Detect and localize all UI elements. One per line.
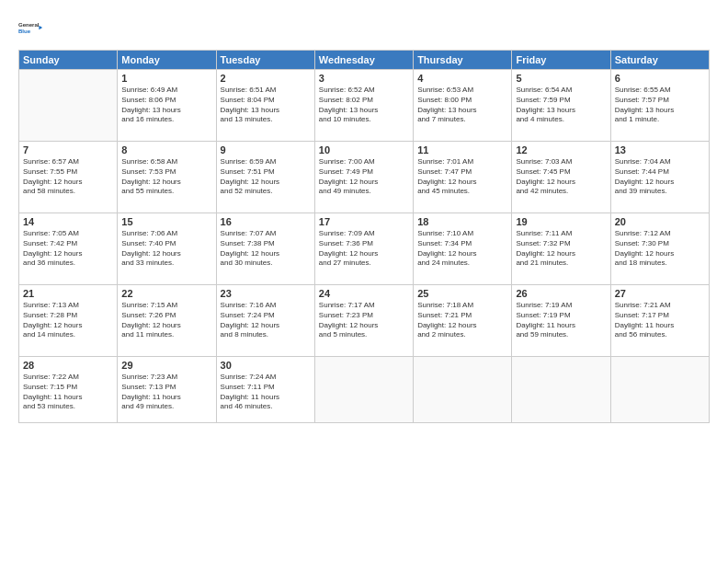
day-number: 3 [319, 73, 409, 84]
day-number: 26 [516, 288, 606, 299]
day-cell: 4Sunrise: 6:53 AM Sunset: 8:00 PM Daylig… [414, 70, 512, 142]
day-cell: 25Sunrise: 7:18 AM Sunset: 7:21 PM Dayli… [414, 285, 512, 357]
calendar-page: GeneralBlue SundayMondayTuesdayWednesday… [0, 0, 728, 563]
svg-text:General: General [18, 22, 40, 28]
day-cell: 14Sunrise: 7:05 AM Sunset: 7:42 PM Dayli… [19, 213, 118, 285]
day-info: Sunrise: 7:16 AM Sunset: 7:24 PM Dayligh… [221, 301, 311, 340]
day-number: 19 [516, 216, 606, 227]
day-info: Sunrise: 7:15 AM Sunset: 7:26 PM Dayligh… [121, 301, 211, 340]
day-info: Sunrise: 6:53 AM Sunset: 8:00 PM Dayligh… [417, 86, 507, 125]
day-number: 23 [221, 288, 311, 299]
day-number: 12 [516, 144, 606, 155]
day-info: Sunrise: 7:18 AM Sunset: 7:21 PM Dayligh… [417, 301, 507, 340]
day-info: Sunrise: 7:05 AM Sunset: 7:42 PM Dayligh… [23, 229, 113, 269]
day-cell: 10Sunrise: 7:00 AM Sunset: 7:49 PM Dayli… [314, 142, 413, 213]
day-info: Sunrise: 6:55 AM Sunset: 7:57 PM Dayligh… [615, 86, 705, 125]
weekday-header: Wednesday [314, 51, 413, 70]
day-number: 1 [121, 73, 211, 84]
weekday-header: Thursday [414, 51, 512, 70]
day-cell: 21Sunrise: 7:13 AM Sunset: 7:28 PM Dayli… [19, 285, 118, 357]
calendar-week-row: 7Sunrise: 6:57 AM Sunset: 7:55 PM Daylig… [19, 142, 710, 213]
day-number: 14 [23, 216, 113, 227]
weekday-header: Friday [512, 51, 610, 70]
logo: GeneralBlue [18, 15, 44, 40]
day-number: 15 [121, 216, 211, 227]
day-info: Sunrise: 6:52 AM Sunset: 8:02 PM Dayligh… [319, 86, 409, 125]
day-info: Sunrise: 7:24 AM Sunset: 7:11 PM Dayligh… [221, 373, 311, 412]
day-number: 17 [319, 216, 409, 227]
day-number: 11 [417, 144, 507, 155]
day-cell [610, 357, 709, 423]
day-info: Sunrise: 7:11 AM Sunset: 7:32 PM Dayligh… [516, 229, 606, 269]
day-info: Sunrise: 7:17 AM Sunset: 7:23 PM Dayligh… [319, 301, 409, 340]
day-cell: 3Sunrise: 6:52 AM Sunset: 8:02 PM Daylig… [314, 70, 413, 142]
day-info: Sunrise: 7:04 AM Sunset: 7:44 PM Dayligh… [615, 157, 705, 197]
day-cell: 28Sunrise: 7:22 AM Sunset: 7:15 PM Dayli… [19, 357, 118, 423]
day-cell [19, 70, 118, 142]
day-info: Sunrise: 6:51 AM Sunset: 8:04 PM Dayligh… [221, 86, 311, 125]
day-info: Sunrise: 7:21 AM Sunset: 7:17 PM Dayligh… [615, 301, 705, 340]
day-cell: 27Sunrise: 7:21 AM Sunset: 7:17 PM Dayli… [610, 285, 709, 357]
day-cell: 17Sunrise: 7:09 AM Sunset: 7:36 PM Dayli… [314, 213, 413, 285]
day-cell: 23Sunrise: 7:16 AM Sunset: 7:24 PM Dayli… [216, 285, 314, 357]
calendar-body: 1Sunrise: 6:49 AM Sunset: 8:06 PM Daylig… [19, 70, 710, 423]
day-info: Sunrise: 6:54 AM Sunset: 7:59 PM Dayligh… [516, 86, 606, 125]
day-info: Sunrise: 7:19 AM Sunset: 7:19 PM Dayligh… [516, 301, 606, 340]
day-info: Sunrise: 7:22 AM Sunset: 7:15 PM Dayligh… [23, 373, 113, 412]
day-cell: 1Sunrise: 6:49 AM Sunset: 8:06 PM Daylig… [118, 70, 216, 142]
svg-text:Blue: Blue [18, 29, 31, 34]
svg-marker-2 [39, 26, 42, 30]
day-number: 13 [615, 144, 705, 155]
day-cell: 15Sunrise: 7:06 AM Sunset: 7:40 PM Dayli… [118, 213, 216, 285]
day-number: 4 [417, 73, 507, 84]
day-cell: 26Sunrise: 7:19 AM Sunset: 7:19 PM Dayli… [512, 285, 610, 357]
day-cell: 29Sunrise: 7:23 AM Sunset: 7:13 PM Dayli… [118, 357, 216, 423]
calendar-week-row: 1Sunrise: 6:49 AM Sunset: 8:06 PM Daylig… [19, 70, 710, 142]
day-number: 21 [23, 288, 113, 299]
day-info: Sunrise: 7:23 AM Sunset: 7:13 PM Dayligh… [121, 373, 211, 412]
day-info: Sunrise: 7:03 AM Sunset: 7:45 PM Dayligh… [516, 157, 606, 197]
day-number: 7 [23, 144, 113, 155]
day-number: 27 [615, 288, 705, 299]
day-cell: 22Sunrise: 7:15 AM Sunset: 7:26 PM Dayli… [118, 285, 216, 357]
day-cell: 8Sunrise: 6:58 AM Sunset: 7:53 PM Daylig… [118, 142, 216, 213]
calendar-header: SundayMondayTuesdayWednesdayThursdayFrid… [19, 51, 710, 70]
day-cell: 9Sunrise: 6:59 AM Sunset: 7:51 PM Daylig… [216, 142, 314, 213]
day-cell [512, 357, 610, 423]
calendar-week-row: 28Sunrise: 7:22 AM Sunset: 7:15 PM Dayli… [19, 357, 710, 423]
day-number: 22 [121, 288, 211, 299]
day-info: Sunrise: 7:00 AM Sunset: 7:49 PM Dayligh… [319, 157, 409, 197]
day-cell: 7Sunrise: 6:57 AM Sunset: 7:55 PM Daylig… [19, 142, 118, 213]
day-number: 8 [121, 144, 211, 155]
weekday-header: Monday [118, 51, 216, 70]
calendar-week-row: 14Sunrise: 7:05 AM Sunset: 7:42 PM Dayli… [19, 213, 710, 285]
day-cell: 18Sunrise: 7:10 AM Sunset: 7:34 PM Dayli… [414, 213, 512, 285]
day-number: 10 [319, 144, 409, 155]
day-number: 28 [23, 360, 113, 371]
logo-icon: GeneralBlue [18, 15, 44, 40]
day-cell: 24Sunrise: 7:17 AM Sunset: 7:23 PM Dayli… [314, 285, 413, 357]
day-cell [314, 357, 413, 423]
day-info: Sunrise: 6:49 AM Sunset: 8:06 PM Dayligh… [121, 86, 211, 125]
day-number: 20 [615, 216, 705, 227]
weekday-header: Tuesday [216, 51, 314, 70]
day-number: 6 [615, 73, 705, 84]
day-number: 9 [221, 144, 311, 155]
day-cell: 11Sunrise: 7:01 AM Sunset: 7:47 PM Dayli… [414, 142, 512, 213]
day-cell: 6Sunrise: 6:55 AM Sunset: 7:57 PM Daylig… [610, 70, 709, 142]
day-cell: 19Sunrise: 7:11 AM Sunset: 7:32 PM Dayli… [512, 213, 610, 285]
day-info: Sunrise: 7:10 AM Sunset: 7:34 PM Dayligh… [417, 229, 507, 269]
day-number: 24 [319, 288, 409, 299]
day-number: 29 [121, 360, 211, 371]
day-cell: 2Sunrise: 6:51 AM Sunset: 8:04 PM Daylig… [216, 70, 314, 142]
day-number: 18 [417, 216, 507, 227]
day-info: Sunrise: 7:13 AM Sunset: 7:28 PM Dayligh… [23, 301, 113, 340]
day-info: Sunrise: 7:01 AM Sunset: 7:47 PM Dayligh… [417, 157, 507, 197]
day-cell: 20Sunrise: 7:12 AM Sunset: 7:30 PM Dayli… [610, 213, 709, 285]
day-cell: 16Sunrise: 7:07 AM Sunset: 7:38 PM Dayli… [216, 213, 314, 285]
weekday-header: Sunday [19, 51, 118, 70]
day-info: Sunrise: 7:06 AM Sunset: 7:40 PM Dayligh… [121, 229, 211, 269]
day-info: Sunrise: 6:59 AM Sunset: 7:51 PM Dayligh… [221, 157, 311, 197]
day-number: 25 [417, 288, 507, 299]
day-cell: 12Sunrise: 7:03 AM Sunset: 7:45 PM Dayli… [512, 142, 610, 213]
